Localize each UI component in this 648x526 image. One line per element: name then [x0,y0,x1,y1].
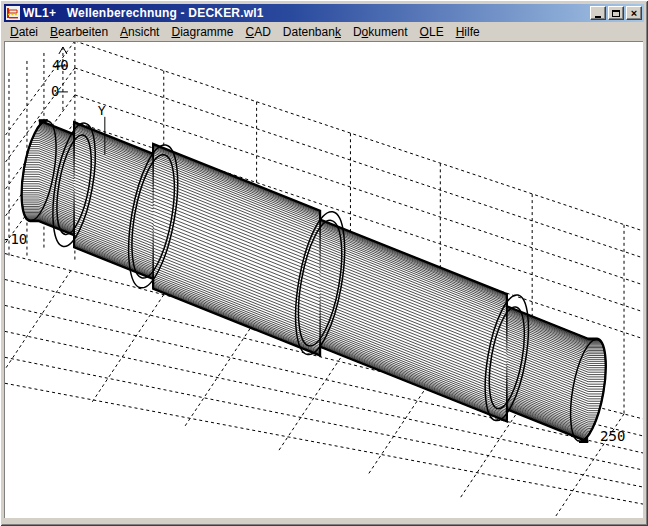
shaft-3d-plot: Y400-10250 [5,42,643,518]
maximize-button[interactable] [608,6,624,20]
tick-label-40: 40 [52,57,69,73]
close-button[interactable]: × [626,6,642,20]
app-icon [6,6,20,20]
menu-item-ansicht[interactable]: Ansicht [114,24,165,40]
tick-label-250: 250 [600,428,625,444]
menu-item-cad[interactable]: CAD [240,24,277,40]
tick-label--10: -10 [5,231,27,247]
minimize-icon [595,16,601,18]
y-axis-label: Y [98,103,106,118]
menu-item-ole[interactable]: OLE [414,24,450,40]
menu-item-datenbank[interactable]: Datenbank [277,24,347,40]
tick-label-0: 0 [51,83,59,99]
title-bar[interactable]: WL1+ Wellenberechnung - DECKER.wl1 × [4,4,644,22]
menu-bar: DateiBearbeitenAnsichtDiagrammeCADDatenb… [4,23,644,41]
window-title: WL1+ Wellenberechnung - DECKER.wl1 [23,4,587,22]
shaft-wireframe [15,118,612,443]
menu-item-hilfe[interactable]: Hilfe [450,24,486,40]
client-area: Y400-10250 [4,41,643,518]
menu-item-diagramme[interactable]: Diagramme [165,24,239,40]
menu-item-bearbeiten[interactable]: Bearbeiten [44,24,114,40]
maximize-icon [612,10,620,17]
menu-item-dokument[interactable]: Dokument [347,24,414,40]
minimize-button[interactable] [590,6,606,20]
menu-item-datei[interactable]: Datei [4,24,44,40]
